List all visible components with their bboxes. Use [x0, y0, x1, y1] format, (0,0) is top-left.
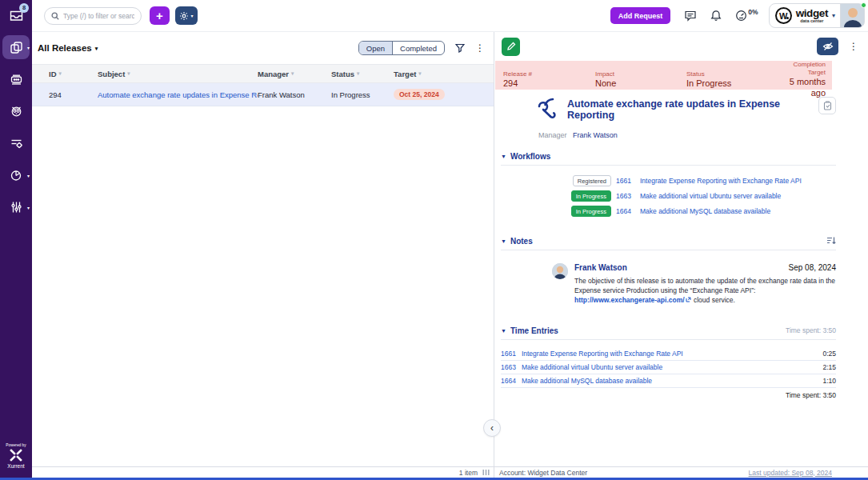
time-entry-subject-link[interactable]: Integrate Expense Reporting with Exchang…	[522, 350, 683, 358]
time-entry-id-link[interactable]: 1661	[501, 350, 516, 358]
nav-assistant-button[interactable]	[2, 99, 30, 123]
account-name: widget	[796, 8, 828, 19]
time-entry-id-link[interactable]: 1664	[501, 377, 516, 385]
time-entry-subject-link[interactable]: Make additional virtual Ubuntu server av…	[522, 363, 662, 371]
workflow-item[interactable]: Registered 1661 Integrate Expense Report…	[574, 175, 836, 186]
chevron-down-icon: ▾	[27, 173, 30, 178]
sort-caret-icon: ▾	[59, 70, 62, 77]
status-badge: In Progress	[571, 206, 611, 217]
workflow-list: Registered 1661 Integrate Expense Report…	[574, 175, 836, 217]
nav-service-desk-button[interactable]	[2, 67, 30, 91]
workflow-id-link[interactable]: 1663	[616, 192, 635, 200]
gauge-value: 0%	[748, 8, 758, 16]
time-entry-row[interactable]: 1661 Integrate Expense Reporting with Ex…	[501, 347, 836, 361]
clipboard-icon	[823, 101, 832, 110]
user-avatar[interactable]	[840, 4, 864, 27]
search-box[interactable]	[44, 7, 142, 25]
target-date-badge: Oct 25, 2024	[394, 89, 445, 100]
workflow-id-link[interactable]: 1661	[616, 177, 635, 185]
note-item: Frank Watson Sep 08, 2024 The objective …	[552, 263, 836, 306]
edit-button[interactable]	[502, 38, 520, 56]
gear-icon	[179, 11, 189, 21]
column-id[interactable]: ID▾	[49, 70, 98, 78]
account-switcher[interactable]: W widget data center ▾	[769, 3, 865, 28]
time-entry-duration: 1:10	[822, 377, 836, 385]
records-icon	[10, 41, 23, 54]
workflows-section: ▼ Workflows Registered 1661 Integrate Ex…	[495, 152, 868, 217]
funnel-icon	[455, 43, 465, 53]
owl-icon	[10, 105, 23, 118]
sort-order-button[interactable]	[826, 236, 836, 246]
xurrent-logo-icon	[6, 449, 26, 462]
section-collapse-icon: ▼	[501, 154, 506, 159]
workflows-header[interactable]: ▼ Workflows	[501, 152, 836, 166]
top-bar: 8 + ▾ Add Request	[0, 0, 868, 32]
filter-button[interactable]	[455, 43, 465, 53]
app-window: 8 + ▾ Add Request	[0, 0, 868, 480]
hide-watch-button[interactable]	[817, 38, 838, 55]
time-entry-subject-link[interactable]: Make additional MySQL database available	[522, 377, 652, 385]
nav-tasks-button[interactable]	[2, 131, 30, 155]
time-gauge-indicator[interactable]: 0%	[735, 10, 758, 22]
add-new-button[interactable]: +	[150, 6, 170, 25]
time-entry-id-link[interactable]: 1663	[501, 363, 516, 371]
pencil-icon	[506, 42, 516, 51]
cell-status: In Progress	[331, 90, 394, 99]
view-selector[interactable]: All Releases ▾	[38, 43, 98, 53]
time-entries-header[interactable]: ▼ Time Entries Time spent: 3:50	[501, 326, 836, 340]
collapse-panel-button[interactable]: ‹	[483, 419, 501, 437]
workflow-subject-link[interactable]: Make additional MySQL database available	[640, 207, 836, 215]
release-title: Automate exchange rate updates in Expens…	[567, 98, 812, 121]
workflow-subject-link[interactable]: Integrate Expense Reporting with Exchang…	[640, 177, 836, 185]
release-title-block: Automate exchange rate updates in Expens…	[534, 95, 836, 121]
toggle-open[interactable]: Open	[359, 42, 392, 54]
workflow-item[interactable]: In Progress 1664 Make additional MySQL d…	[574, 206, 836, 217]
search-input[interactable]	[63, 12, 134, 20]
workflow-item[interactable]: In Progress 1663 Make additional virtual…	[574, 190, 836, 202]
inbox-button[interactable]: 8	[0, 0, 32, 32]
banner-release-number: Release # 294	[503, 70, 595, 90]
nav-records-button[interactable]: ▾	[2, 35, 30, 59]
note-author-link[interactable]: Frank Watson	[574, 263, 627, 272]
manager-link[interactable]: Frank Watson	[573, 131, 618, 139]
time-entry-row[interactable]: 1664 Make additional MySQL database avai…	[501, 374, 836, 388]
table-row[interactable]: 294 Automate exchange rate updates in Ex…	[32, 83, 494, 106]
detail-more-menu-button[interactable]: ⋮	[849, 42, 858, 51]
chat-button[interactable]	[684, 10, 697, 22]
note-author-avatar[interactable]	[552, 263, 568, 279]
time-entry-row[interactable]: 1663 Make additional virtual Ubuntu serv…	[501, 361, 836, 374]
column-subject[interactable]: Subject▾	[98, 70, 258, 78]
section-collapse-icon: ▼	[501, 328, 506, 334]
workflow-subject-link[interactable]: Make additional virtual Ubuntu server av…	[640, 192, 836, 200]
cell-subject-link[interactable]: Automate exchange rate updates in Expens…	[98, 90, 258, 99]
workflow-id-link[interactable]: 1664	[616, 207, 635, 215]
detail-toolbar: ⋮	[495, 32, 868, 61]
settings-menu-button[interactable]: ▾	[175, 6, 198, 25]
notifications-bell-button[interactable]	[710, 10, 722, 22]
chevron-down-icon: ▾	[27, 45, 30, 50]
column-status[interactable]: Status▾	[331, 70, 394, 78]
nav-settings-button[interactable]: ▾	[2, 195, 30, 219]
powered-by-block[interactable]: Powered by Xurrent	[6, 443, 26, 469]
external-url-link[interactable]: http://www.exchangerate-api.com/	[574, 296, 685, 304]
online-status-dot	[861, 2, 866, 8]
column-manager[interactable]: Manager▾	[258, 70, 331, 78]
notes-header[interactable]: ▼ Notes	[501, 236, 836, 250]
time-entries-section: ▼ Time Entries Time spent: 3:50 1661 Int…	[495, 326, 868, 399]
column-target[interactable]: Target▾	[394, 70, 494, 78]
copy-link-button[interactable]	[818, 97, 836, 114]
external-link-icon	[686, 297, 691, 302]
table-header: ID▾ Subject▾ Manager▾ Status▾ Target▾	[32, 64, 494, 83]
logo-dot	[786, 17, 789, 19]
chevron-down-icon: ▾	[27, 205, 30, 210]
last-updated-link[interactable]: Last updated: Sep 08, 2024	[749, 469, 832, 477]
sort-caret-icon: ▾	[127, 70, 130, 77]
toggle-completed[interactable]: Completed	[392, 42, 444, 54]
list-more-menu-button[interactable]: ⋮	[475, 43, 485, 53]
note-content: Frank Watson Sep 08, 2024 The objective …	[574, 263, 836, 306]
status-bar: 1 item Account: Widget Data Center Last …	[32, 466, 868, 478]
grip-icon[interactable]	[482, 469, 490, 476]
plus-icon: +	[156, 9, 163, 22]
nav-analytics-button[interactable]: ▾	[2, 163, 30, 187]
add-request-button[interactable]: Add Request	[610, 7, 671, 24]
